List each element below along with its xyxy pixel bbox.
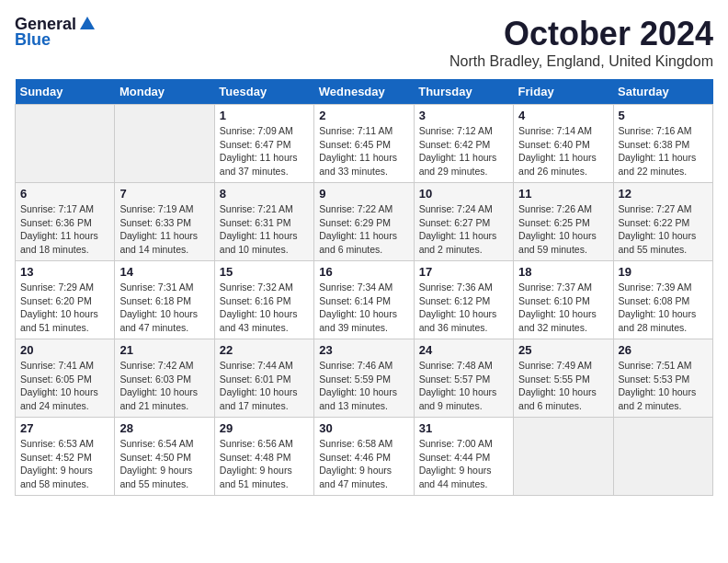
day-info: Sunrise: 7:17 AM Sunset: 6:36 PM Dayligh… bbox=[20, 202, 109, 257]
day-info: Sunrise: 6:58 AM Sunset: 4:46 PM Dayligh… bbox=[319, 437, 408, 491]
calendar-cell: 29Sunrise: 6:56 AM Sunset: 4:48 PM Dayli… bbox=[214, 418, 313, 496]
calendar-cell: 25Sunrise: 7:49 AM Sunset: 5:55 PM Dayli… bbox=[514, 339, 613, 418]
day-info: Sunrise: 7:36 AM Sunset: 6:12 PM Dayligh… bbox=[419, 281, 508, 335]
calendar-cell: 1Sunrise: 7:09 AM Sunset: 6:47 PM Daylig… bbox=[214, 105, 313, 183]
calendar-cell bbox=[16, 105, 115, 183]
day-info: Sunrise: 7:14 AM Sunset: 6:40 PM Dayligh… bbox=[518, 124, 608, 178]
day-info: Sunrise: 7:00 AM Sunset: 4:44 PM Dayligh… bbox=[419, 437, 508, 491]
calendar-week-3: 13Sunrise: 7:29 AM Sunset: 6:20 PM Dayli… bbox=[16, 261, 713, 339]
day-info: Sunrise: 7:27 AM Sunset: 6:22 PM Dayligh… bbox=[619, 202, 708, 257]
header: General Blue October 2024 North Bradley,… bbox=[15, 15, 713, 70]
day-info: Sunrise: 7:22 AM Sunset: 6:29 PM Dayligh… bbox=[319, 202, 408, 257]
day-info: Sunrise: 7:31 AM Sunset: 6:18 PM Dayligh… bbox=[119, 281, 209, 335]
day-info: Sunrise: 7:12 AM Sunset: 6:42 PM Dayligh… bbox=[419, 124, 508, 178]
day-info: Sunrise: 7:49 AM Sunset: 5:55 PM Dayligh… bbox=[518, 359, 608, 413]
day-number: 22 bbox=[220, 343, 309, 357]
day-number: 2 bbox=[319, 109, 408, 122]
day-info: Sunrise: 7:48 AM Sunset: 5:57 PM Dayligh… bbox=[419, 359, 508, 413]
day-info: Sunrise: 7:46 AM Sunset: 5:59 PM Dayligh… bbox=[319, 359, 408, 413]
calendar-cell bbox=[514, 418, 613, 496]
day-number: 28 bbox=[119, 421, 209, 435]
calendar-cell: 18Sunrise: 7:37 AM Sunset: 6:10 PM Dayli… bbox=[514, 261, 613, 339]
day-number: 11 bbox=[518, 187, 608, 201]
day-info: Sunrise: 7:41 AM Sunset: 6:05 PM Dayligh… bbox=[20, 359, 109, 413]
day-header-saturday: Saturday bbox=[613, 79, 712, 105]
title-area: October 2024 North Bradley, England, Uni… bbox=[449, 15, 713, 70]
calendar-cell: 5Sunrise: 7:16 AM Sunset: 6:38 PM Daylig… bbox=[613, 105, 712, 183]
day-number: 6 bbox=[20, 187, 109, 201]
day-number: 20 bbox=[20, 343, 109, 357]
calendar-cell: 4Sunrise: 7:14 AM Sunset: 6:40 PM Daylig… bbox=[514, 105, 613, 183]
calendar-body: 1Sunrise: 7:09 AM Sunset: 6:47 PM Daylig… bbox=[16, 105, 713, 496]
calendar-cell: 24Sunrise: 7:48 AM Sunset: 5:57 PM Dayli… bbox=[414, 339, 513, 418]
day-info: Sunrise: 7:32 AM Sunset: 6:16 PM Dayligh… bbox=[220, 281, 309, 335]
day-number: 16 bbox=[319, 265, 408, 279]
day-number: 10 bbox=[419, 187, 508, 201]
day-number: 9 bbox=[319, 187, 408, 201]
calendar-cell: 7Sunrise: 7:19 AM Sunset: 6:33 PM Daylig… bbox=[115, 183, 214, 261]
day-number: 18 bbox=[518, 265, 608, 279]
calendar-cell: 31Sunrise: 7:00 AM Sunset: 4:44 PM Dayli… bbox=[414, 418, 513, 496]
calendar-cell: 13Sunrise: 7:29 AM Sunset: 6:20 PM Dayli… bbox=[16, 261, 115, 339]
day-header-wednesday: Wednesday bbox=[314, 79, 414, 105]
day-number: 26 bbox=[619, 343, 708, 357]
day-number: 7 bbox=[119, 187, 209, 201]
day-number: 27 bbox=[20, 421, 109, 435]
day-info: Sunrise: 7:44 AM Sunset: 6:01 PM Dayligh… bbox=[220, 359, 309, 413]
day-number: 14 bbox=[119, 265, 209, 279]
calendar-cell: 20Sunrise: 7:41 AM Sunset: 6:05 PM Dayli… bbox=[16, 339, 115, 418]
calendar-cell: 19Sunrise: 7:39 AM Sunset: 6:08 PM Dayli… bbox=[613, 261, 712, 339]
calendar-cell: 12Sunrise: 7:27 AM Sunset: 6:22 PM Dayli… bbox=[613, 183, 712, 261]
calendar-cell: 17Sunrise: 7:36 AM Sunset: 6:12 PM Dayli… bbox=[414, 261, 513, 339]
day-info: Sunrise: 7:24 AM Sunset: 6:27 PM Dayligh… bbox=[419, 202, 508, 257]
day-number: 3 bbox=[419, 109, 508, 122]
calendar-table: SundayMondayTuesdayWednesdayThursdayFrid… bbox=[15, 79, 713, 496]
day-header-thursday: Thursday bbox=[414, 79, 513, 105]
day-info: Sunrise: 7:51 AM Sunset: 5:53 PM Dayligh… bbox=[619, 359, 708, 413]
calendar-cell: 2Sunrise: 7:11 AM Sunset: 6:45 PM Daylig… bbox=[314, 105, 414, 183]
calendar-cell: 3Sunrise: 7:12 AM Sunset: 6:42 PM Daylig… bbox=[414, 105, 513, 183]
day-number: 1 bbox=[220, 109, 309, 122]
day-header-sunday: Sunday bbox=[16, 79, 115, 105]
day-info: Sunrise: 7:21 AM Sunset: 6:31 PM Dayligh… bbox=[220, 202, 309, 257]
day-info: Sunrise: 7:37 AM Sunset: 6:10 PM Dayligh… bbox=[518, 281, 608, 335]
day-number: 15 bbox=[220, 265, 309, 279]
day-info: Sunrise: 7:26 AM Sunset: 6:25 PM Dayligh… bbox=[518, 202, 608, 257]
day-number: 4 bbox=[518, 109, 608, 122]
day-number: 29 bbox=[220, 421, 309, 435]
day-info: Sunrise: 7:09 AM Sunset: 6:47 PM Dayligh… bbox=[220, 124, 309, 178]
calendar-subtitle: North Bradley, England, United Kingdom bbox=[449, 53, 713, 70]
day-number: 30 bbox=[319, 421, 408, 435]
day-info: Sunrise: 7:29 AM Sunset: 6:20 PM Dayligh… bbox=[20, 281, 109, 335]
day-header-friday: Friday bbox=[514, 79, 613, 105]
day-info: Sunrise: 7:34 AM Sunset: 6:14 PM Dayligh… bbox=[319, 281, 408, 335]
logo-blue: Blue bbox=[15, 30, 51, 50]
day-info: Sunrise: 6:54 AM Sunset: 4:50 PM Dayligh… bbox=[119, 437, 209, 491]
calendar-cell: 22Sunrise: 7:44 AM Sunset: 6:01 PM Dayli… bbox=[214, 339, 313, 418]
calendar-title: October 2024 bbox=[449, 15, 713, 53]
day-info: Sunrise: 6:56 AM Sunset: 4:48 PM Dayligh… bbox=[220, 437, 309, 491]
day-info: Sunrise: 7:16 AM Sunset: 6:38 PM Dayligh… bbox=[619, 124, 708, 178]
day-number: 31 bbox=[419, 421, 508, 435]
day-number: 12 bbox=[619, 187, 708, 201]
day-number: 21 bbox=[119, 343, 209, 357]
calendar-cell: 16Sunrise: 7:34 AM Sunset: 6:14 PM Dayli… bbox=[314, 261, 414, 339]
day-number: 13 bbox=[20, 265, 109, 279]
calendar-cell: 14Sunrise: 7:31 AM Sunset: 6:18 PM Dayli… bbox=[115, 261, 214, 339]
day-info: Sunrise: 7:39 AM Sunset: 6:08 PM Dayligh… bbox=[619, 281, 708, 335]
calendar-week-2: 6Sunrise: 7:17 AM Sunset: 6:36 PM Daylig… bbox=[16, 183, 713, 261]
day-info: Sunrise: 7:11 AM Sunset: 6:45 PM Dayligh… bbox=[319, 124, 408, 178]
calendar-cell: 10Sunrise: 7:24 AM Sunset: 6:27 PM Dayli… bbox=[414, 183, 513, 261]
day-number: 19 bbox=[619, 265, 708, 279]
day-info: Sunrise: 6:53 AM Sunset: 4:52 PM Dayligh… bbox=[20, 437, 109, 491]
day-header-monday: Monday bbox=[115, 79, 214, 105]
day-number: 25 bbox=[518, 343, 608, 357]
calendar-cell: 23Sunrise: 7:46 AM Sunset: 5:59 PM Dayli… bbox=[314, 339, 414, 418]
calendar-week-5: 27Sunrise: 6:53 AM Sunset: 4:52 PM Dayli… bbox=[16, 418, 713, 496]
calendar-cell bbox=[115, 105, 214, 183]
calendar-cell: 30Sunrise: 6:58 AM Sunset: 4:46 PM Dayli… bbox=[314, 418, 414, 496]
calendar-cell: 15Sunrise: 7:32 AM Sunset: 6:16 PM Dayli… bbox=[214, 261, 313, 339]
logo-icon bbox=[78, 15, 97, 33]
day-number: 8 bbox=[220, 187, 309, 201]
calendar-cell: 9Sunrise: 7:22 AM Sunset: 6:29 PM Daylig… bbox=[314, 183, 414, 261]
